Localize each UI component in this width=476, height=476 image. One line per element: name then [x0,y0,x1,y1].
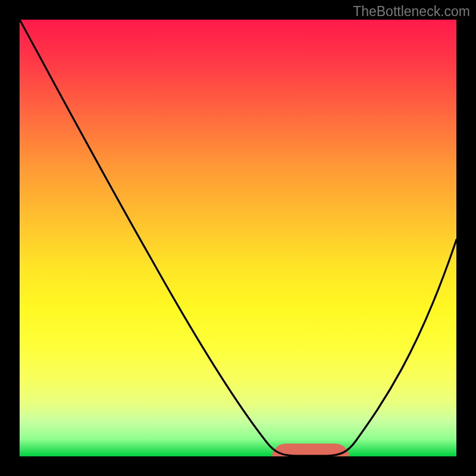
chart-frame: TheBottleneck.com [0,0,476,476]
bottleneck-curve [20,20,456,456]
curve-overlay [20,20,456,456]
watermark-text: TheBottleneck.com [353,4,470,20]
plot-area [20,20,456,456]
